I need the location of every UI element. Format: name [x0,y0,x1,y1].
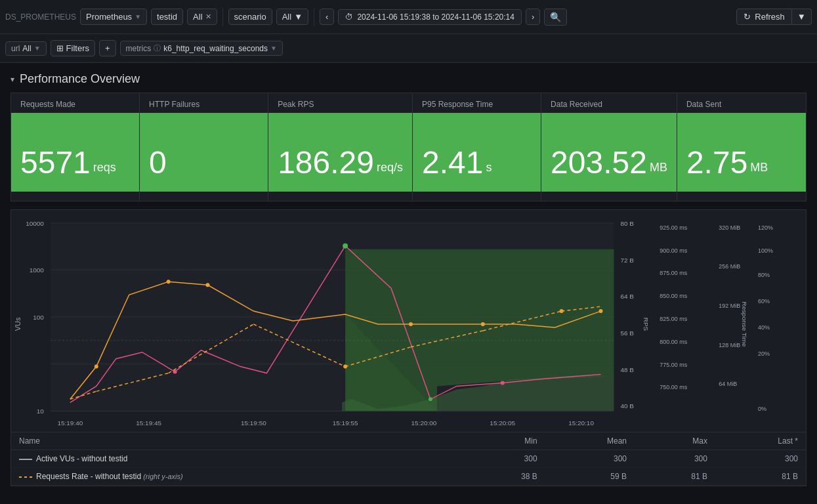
section-header: ▾ Performance Overview [0,63,817,93]
svg-text:192 MiB: 192 MiB [719,303,740,309]
svg-point-56 [167,280,171,284]
row-min-1: 38 B [465,468,545,486]
svg-text:Response Time: Response Time [741,301,748,346]
testid-tag[interactable]: testid [151,9,183,25]
stat-card-value-area-4: 203.52 MB [541,113,677,192]
svg-text:750.00 ms: 750.00 ms [660,384,687,390]
refresh-dropdown-button[interactable]: ▼ [792,9,812,25]
scenario-all-tag[interactable]: All ▼ [276,9,308,25]
svg-text:80 B: 80 B [620,220,634,227]
svg-text:15:20:05: 15:20:05 [490,419,515,427]
svg-text:40%: 40% [758,324,770,331]
svg-text:72 B: 72 B [620,257,634,264]
svg-text:VUs: VUs [14,317,22,331]
chart-container: 10000 1000 100 10 VUs 15:19:40 15:19:45 … [10,209,807,432]
section-toggle-button[interactable]: ▾ [10,75,14,84]
filter-bar: url All ▼ ⊞ Filters + metrics ⓘ k6_http_… [0,34,817,63]
filters-button[interactable]: ⊞ Filters [51,40,95,56]
svg-text:825.00 ms: 825.00 ms [660,316,687,322]
stat-unit-3: s [486,161,492,175]
row-min-0: 300 [465,450,545,468]
stat-card-value-area-0: 5571 reqs [11,113,139,192]
svg-text:60%: 60% [758,298,770,304]
svg-text:0%: 0% [758,406,766,412]
stat-card-label-0: Requests Made [20,100,130,109]
refresh-button[interactable]: ↻ Refresh [736,9,792,25]
stat-value-5: 2.75 [686,147,747,178]
scenario-tag[interactable]: scenario [228,9,272,25]
svg-point-54 [501,381,505,385]
svg-text:128 MiB: 128 MiB [719,342,740,348]
add-filter-button[interactable]: + [99,40,116,56]
zoom-out-button[interactable]: 🔍 [544,9,567,26]
table-row: Requests Rate - without testid (right y-… [11,468,806,486]
svg-point-58 [409,322,413,326]
section-title: Performance Overview [20,72,140,86]
stat-card-value-area-3: 2.41 s [413,113,541,192]
time-forward-button[interactable]: › [526,9,540,25]
stat-card-4: Data Received 203.52 MB [541,93,677,201]
svg-point-57 [206,283,210,287]
svg-text:925.00 ms: 925.00 ms [660,224,687,231]
row-max-0: 300 [635,450,715,468]
row-name-0: Active VUs - without testid [11,450,465,468]
svg-text:800.00 ms: 800.00 ms [660,339,687,345]
stat-value-0: 5571 [20,147,91,178]
all-tag[interactable]: All ✕ [187,9,217,25]
stat-unit-0: reqs [93,161,116,175]
url-filter[interactable]: url All ▼ [5,41,47,56]
filter-icon: ⊞ [56,43,64,53]
svg-point-70 [560,309,564,313]
svg-text:40 B: 40 B [620,402,634,410]
stat-card-3: P95 Response Time 2.41 s [413,93,541,201]
svg-text:775.00 ms: 775.00 ms [660,362,687,368]
series-dashed-icon [19,476,32,478]
svg-text:100: 100 [33,314,44,321]
stat-card-2: Peak RPS 186.29 req/s [268,93,413,201]
stat-card-1: HTTP Failures 0 [140,93,268,201]
table-row: Active VUs - without testid 300 300 300 … [11,450,806,468]
scenario-chevron-icon: ▼ [294,12,303,22]
svg-text:64 MiB: 64 MiB [719,381,737,387]
svg-text:15:19:40: 15:19:40 [57,419,83,427]
stat-unit-2: req/s [377,161,403,175]
all-close-icon[interactable]: ✕ [205,12,211,21]
stat-card-value-area-2: 186.29 req/s [268,113,412,192]
stat-card-label-2: Peak RPS [278,100,403,109]
row-last-0: 300 [715,450,806,468]
stat-cards: Requests Made 5571 reqs HTTP Failures 0 … [10,93,807,201]
row-mean-1: 59 B [545,468,635,486]
url-filter-chevron-icon: ▼ [34,45,41,52]
svg-point-59 [481,322,485,326]
svg-text:15:20:10: 15:20:10 [568,419,594,427]
stat-value-1: 0 [149,147,167,178]
svg-text:120%: 120% [758,224,773,231]
svg-text:15:20:00: 15:20:00 [411,419,437,427]
col-last: Last * [715,432,806,450]
stat-card-value-area-5: 2.75 MB [677,113,806,192]
stat-unit-4: MB [650,161,667,175]
stat-unit-5: MB [750,161,768,175]
row-mean-0: 300 [545,450,635,468]
refresh-icon: ↻ [744,12,751,22]
time-back-button[interactable]: ‹ [320,9,334,25]
svg-text:10000: 10000 [26,220,44,227]
datasource-dropdown[interactable]: Prometheus ▼ [80,9,147,25]
stat-value-2: 186.29 [278,147,374,178]
svg-text:100%: 100% [758,247,773,254]
time-range-button[interactable]: ⏱ 2024-11-06 15:19:38 to 2024-11-06 15:2… [338,9,522,25]
svg-text:850.00 ms: 850.00 ms [660,293,687,299]
svg-text:256 MiB: 256 MiB [719,263,740,270]
legend-table: Name Min Mean Max Last * Active VUs - wi… [10,432,807,486]
svg-text:900.00 ms: 900.00 ms [660,247,687,254]
svg-text:875.00 ms: 875.00 ms [660,270,687,276]
svg-text:10: 10 [37,408,45,415]
row-max-1: 81 B [635,468,715,486]
svg-point-52 [343,243,348,249]
svg-text:15:19:50: 15:19:50 [241,419,266,427]
datasource-chevron-icon: ▼ [135,13,141,20]
stat-card-0: Requests Made 5571 reqs [11,93,140,201]
metrics-filter[interactable]: metrics ⓘ k6_http_req_waiting_seconds ▼ [120,41,283,56]
stat-card-5: Data Sent 2.75 MB [677,93,806,201]
refresh-dropdown-chevron-icon: ▼ [797,12,806,22]
